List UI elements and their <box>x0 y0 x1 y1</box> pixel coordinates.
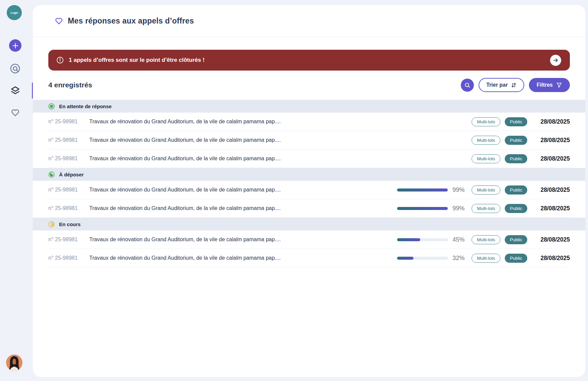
sidebar-item-tenders-active[interactable] <box>10 85 20 96</box>
section-header-waiting: En attente de réponse <box>33 100 585 113</box>
progress-percent: 99% <box>452 205 467 212</box>
table-row[interactable]: n° 25-98981 Travaux de rénovation du Gra… <box>48 131 570 150</box>
sort-button[interactable]: Trier par <box>479 78 524 92</box>
multi-lots-badge: Multi-lots <box>472 235 500 244</box>
funnel-icon <box>556 82 562 88</box>
deadline-date: 28/08/2025 <box>534 186 570 194</box>
section-label: En attente de réponse <box>59 103 112 109</box>
multi-lots-badge: Multi-lots <box>472 185 500 195</box>
progress-percent: 45% <box>452 236 467 243</box>
at-target-icon <box>9 62 21 75</box>
tender-title: Travaux de rénovation du Grand Auditoriu… <box>89 137 281 143</box>
tender-number: n° 25-98981 <box>48 237 83 243</box>
tender-title: Travaux de rénovation du Grand Auditoriu… <box>89 255 281 261</box>
status-in-progress-icon <box>48 221 55 227</box>
tender-title: Travaux de rénovation du Grand Auditoriu… <box>89 119 281 125</box>
arrow-right-icon <box>553 57 558 63</box>
tender-title: Travaux de rénovation du Grand Auditoriu… <box>89 156 281 162</box>
deadline-date: 28/08/2025 <box>534 205 570 212</box>
multi-lots-badge: Multi-lots <box>472 204 500 213</box>
search-icon <box>464 82 471 88</box>
page-title: Mes réponses aux appels d’offres <box>68 16 194 26</box>
filters-button[interactable]: Filtres <box>529 78 570 92</box>
progress-percent: 32% <box>452 255 467 262</box>
tender-title: Travaux de rénovation du Grand Auditoriu… <box>89 205 281 211</box>
deadline-date: 28/08/2025 <box>534 137 570 144</box>
public-badge: Public <box>505 254 527 263</box>
multi-lots-badge: Multi-lots <box>472 154 500 163</box>
deadline-date: 28/08/2025 <box>534 155 570 162</box>
public-badge: Public <box>505 235 527 244</box>
filters-button-label: Filtres <box>537 82 553 88</box>
progress-bar <box>397 238 448 241</box>
status-deposit-icon <box>48 171 55 178</box>
multi-lots-badge: Multi-lots <box>472 117 500 126</box>
layers-icon <box>10 85 20 96</box>
closing-alert-banner: 1 appels d’offres sont sur le point d’êt… <box>48 50 570 71</box>
sort-button-label: Trier par <box>486 82 508 88</box>
table-row[interactable]: n° 25-98981 Travaux de rénovation du Gra… <box>48 249 570 267</box>
table-row[interactable]: n° 25-98981 Travaux de rénovation du Gra… <box>48 181 570 199</box>
tender-number: n° 25-98981 <box>48 255 83 261</box>
section-header-in-progress: En cours <box>33 218 585 230</box>
add-button[interactable] <box>9 39 21 52</box>
progress-bar <box>397 207 448 210</box>
sort-arrows-icon <box>511 82 517 88</box>
tender-title: Travaux de rénovation du Grand Auditoriu… <box>89 187 281 193</box>
table-row[interactable]: n° 25-98981 Travaux de rénovation du Gra… <box>48 150 570 168</box>
heart-title-icon <box>54 16 63 26</box>
tender-number: n° 25-98981 <box>48 187 83 193</box>
deadline-date: 28/08/2025 <box>534 118 570 125</box>
deadline-date: 28/08/2025 <box>534 236 570 243</box>
sidebar-item-favorites[interactable] <box>10 108 20 118</box>
public-badge: Public <box>505 117 527 126</box>
records-count: 4 enregistrés <box>48 81 92 89</box>
deadline-date: 28/08/2025 <box>534 255 570 262</box>
list-toolbar: 4 enregistrés Trier par <box>48 78 570 92</box>
main-panel: Mes réponses aux appels d’offres 1 appel… <box>33 5 585 377</box>
progress-bar <box>397 188 448 192</box>
tender-title: Travaux de rénovation du Grand Auditoriu… <box>89 237 281 243</box>
sidebar-item-target[interactable] <box>9 62 21 75</box>
section-header-to-deposit: À déposer <box>33 168 585 181</box>
tender-number: n° 25-98981 <box>48 156 83 162</box>
multi-lots-badge: Multi-lots <box>472 136 500 145</box>
search-button[interactable] <box>461 79 474 92</box>
section-label: En cours <box>59 221 81 227</box>
user-avatar[interactable] <box>6 354 22 371</box>
alert-action-button[interactable] <box>550 55 561 66</box>
tender-number: n° 25-98981 <box>48 205 83 211</box>
progress-bar <box>397 257 448 260</box>
multi-lots-badge: Multi-lots <box>472 254 500 263</box>
status-waiting-icon <box>48 103 55 110</box>
logo-label: Logo <box>11 11 18 14</box>
plus-icon <box>12 42 19 49</box>
tender-number: n° 25-98981 <box>48 137 83 143</box>
section-label: À déposer <box>59 172 84 177</box>
page-header: Mes réponses aux appels d’offres <box>33 5 585 37</box>
public-badge: Public <box>505 154 527 163</box>
tender-number: n° 25-98981 <box>48 119 83 125</box>
public-badge: Public <box>505 136 527 145</box>
table-row[interactable]: n° 25-98981 Travaux de rénovation du Gra… <box>48 113 570 131</box>
alert-message: 1 appels d’offres sont sur le point d’êt… <box>69 57 204 64</box>
tenders-list: En attente de réponse n° 25-98981 Travau… <box>48 100 570 267</box>
table-row[interactable]: n° 25-98981 Travaux de rénovation du Gra… <box>48 199 570 218</box>
sidebar: Logo <box>0 0 33 381</box>
progress-percent: 99% <box>452 186 467 194</box>
public-badge: Public <box>505 185 527 195</box>
app-logo[interactable]: Logo <box>7 5 22 20</box>
heart-icon <box>10 108 20 118</box>
public-badge: Public <box>505 204 527 213</box>
table-row[interactable]: n° 25-98981 Travaux de rénovation du Gra… <box>48 230 570 249</box>
warning-icon <box>56 56 64 64</box>
